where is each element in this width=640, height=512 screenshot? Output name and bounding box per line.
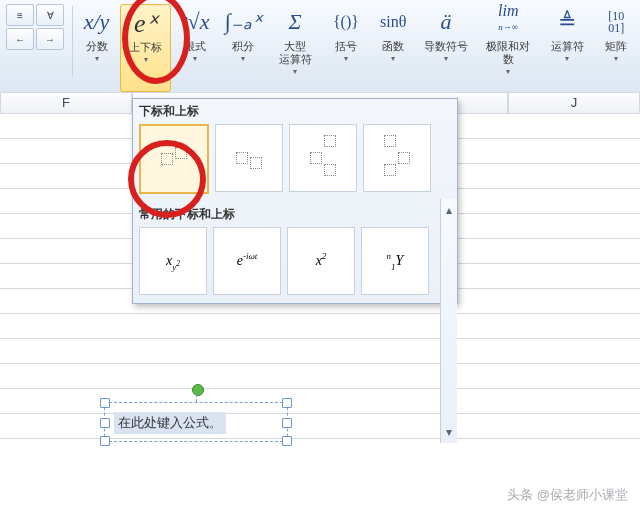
chevron-down-icon: ▾	[444, 54, 448, 63]
matrix-icon: [10 01]	[608, 4, 624, 40]
chevron-down-icon: ▾	[241, 54, 245, 63]
tool-btn-2[interactable]: ∀	[36, 4, 64, 26]
matrix-button[interactable]: [10 01] 矩阵 ▾	[593, 4, 640, 90]
tool-btn-3[interactable]: ←	[6, 28, 34, 50]
gallery-common-4[interactable]: n1Y	[361, 227, 429, 295]
chevron-down-icon: ▾	[95, 54, 99, 63]
sigma-icon: Σ	[288, 4, 301, 40]
gallery-item-subsuperscript[interactable]	[289, 124, 357, 192]
chevron-down-icon: ▾	[446, 425, 452, 439]
column-header-f[interactable]: F	[0, 92, 132, 114]
gallery-common-3[interactable]: x2	[287, 227, 355, 295]
chevron-down-icon: ▾	[193, 54, 197, 63]
resize-handle[interactable]	[100, 436, 110, 446]
rotate-handle[interactable]	[192, 384, 204, 396]
accent-icon: ä	[440, 4, 451, 40]
resize-handle[interactable]	[282, 398, 292, 408]
tool-btn-4[interactable]: →	[36, 28, 64, 50]
equation-placeholder[interactable]: 在此处键入公式。	[114, 412, 226, 434]
chevron-down-icon: ▾	[293, 67, 297, 76]
operator-icon: ≜	[558, 4, 576, 40]
gallery-section-title-2: 常用的下标和上标	[133, 202, 457, 227]
radical-icon: ⁿ√x	[181, 4, 210, 40]
bracket-button[interactable]: {()} 括号 ▾	[322, 4, 369, 90]
fraction-icon: x/y	[84, 4, 110, 40]
chevron-down-icon: ▾	[391, 54, 395, 63]
script-gallery-dropdown: 下标和上标 常用的下标和上标 xy2 e-iωt x2 n1Y ▴▾	[132, 98, 458, 304]
integral-icon: ∫₋ₐˣ	[225, 4, 262, 40]
radical-button[interactable]: ⁿ√x 根式 ▾	[171, 4, 218, 90]
chevron-down-icon: ▾	[614, 54, 618, 63]
function-icon: sinθ	[380, 4, 406, 40]
accent-button[interactable]: ä 导数符号 ▾	[417, 4, 475, 90]
gallery-item-superscript[interactable]	[139, 124, 209, 194]
chevron-down-icon: ▾	[506, 67, 510, 76]
watermark: 头条 @侯老师小课堂	[507, 486, 628, 504]
large-operator-button[interactable]: Σ 大型 运算符 ▾	[268, 4, 322, 90]
chevron-down-icon: ▾	[344, 54, 348, 63]
equation-ribbon: ≡ ∀ ← → x/y 分数 ▾ eˣ 上下标 ▾ ⁿ√x 根式 ▾ ∫₋ₐˣ …	[0, 0, 640, 93]
gallery-item-subscript[interactable]	[215, 124, 283, 192]
script-button[interactable]: eˣ 上下标 ▾	[120, 4, 171, 92]
chevron-up-icon: ▴	[446, 203, 452, 217]
tool-btn-1[interactable]: ≡	[6, 4, 34, 26]
gallery-scrollbar[interactable]: ▴▾	[440, 199, 457, 443]
chevron-down-icon: ▾	[565, 54, 569, 63]
operator-button[interactable]: ≜ 运算符 ▾	[542, 4, 593, 90]
resize-handle[interactable]	[282, 436, 292, 446]
tools-group: ≡ ∀ ← →	[0, 4, 72, 90]
resize-handle[interactable]	[282, 418, 292, 428]
gallery-common-2[interactable]: e-iωt	[213, 227, 281, 295]
resize-handle[interactable]	[100, 398, 110, 408]
chevron-down-icon: ▾	[144, 55, 148, 64]
gallery-section-title: 下标和上标	[133, 99, 457, 124]
gallery-item-left-subsuperscript[interactable]	[363, 124, 431, 192]
equation-editor-box[interactable]: 在此处键入公式。	[104, 402, 288, 442]
resize-handle[interactable]	[100, 418, 110, 428]
gallery-common-1[interactable]: xy2	[139, 227, 207, 295]
bracket-icon: {()}	[333, 4, 359, 40]
fraction-button[interactable]: x/y 分数 ▾	[73, 4, 120, 90]
limit-icon: limn→∞	[498, 4, 518, 40]
limit-button[interactable]: limn→∞ 极限和对数 ▾	[475, 4, 542, 90]
function-button[interactable]: sinθ 函数 ▾	[370, 4, 417, 90]
integral-button[interactable]: ∫₋ₐˣ 积分 ▾	[219, 4, 268, 90]
script-icon: eˣ	[134, 5, 158, 41]
column-header-j[interactable]: J	[508, 92, 640, 114]
